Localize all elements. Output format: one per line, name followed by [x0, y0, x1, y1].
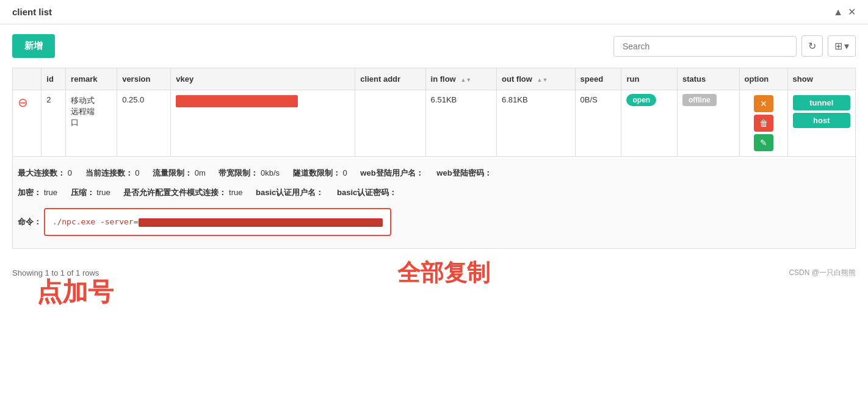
footer-brand: CSDN @一只白熊熊: [789, 268, 856, 278]
td-id: 2: [42, 90, 66, 157]
tunnel-button[interactable]: tunnel: [793, 95, 850, 110]
td-remark: 移动式远程端口: [66, 90, 117, 157]
run-badge: open: [626, 94, 656, 106]
watermark-copy: 全部复制: [397, 257, 490, 288]
detail-cell: 最大连接数： 0 当前连接数： 0 流量限制： 0m 带宽限制：: [13, 157, 856, 249]
detail-line-encrypt: 加密： true 压缩： true 是否允许配置文件模式连接： true bas…: [18, 185, 850, 201]
th-option: option: [739, 68, 787, 90]
minus-icon[interactable]: ⊖: [18, 96, 28, 109]
detail-row: 最大连接数： 0 当前连接数： 0 流量限制： 0m 带宽限制：: [13, 157, 856, 249]
detail-line-command: 命令： ./npc.exe -server=: [18, 204, 850, 236]
table-header-row: id remark version vkey client addr in fl…: [13, 68, 856, 90]
detail-content: 最大连接数： 0 当前连接数： 0 流量限制： 0m 带宽限制：: [18, 162, 850, 243]
vkey-redacted-bar: [176, 95, 298, 107]
th-version: version: [117, 68, 171, 90]
add-button[interactable]: 新增: [12, 34, 55, 58]
td-speed: 0B/S: [575, 90, 621, 157]
th-speed: speed: [575, 68, 621, 90]
table-row: ⊖ 2 移动式远程端口 0.25.0 6.51KB: [13, 90, 856, 157]
th-run: run: [621, 68, 677, 90]
client-table: id remark version vkey client addr in fl…: [12, 68, 856, 249]
showing-text: Showing 1 to 1 of 1 rows: [12, 268, 99, 277]
option-buttons: ✕ 🗑 ✎: [745, 95, 783, 151]
td-version: 0.25.0: [117, 90, 171, 157]
out-flow-sort-icon[interactable]: ▲▼: [537, 77, 548, 83]
refresh-icon: ↻: [808, 40, 816, 52]
window-title: client list: [12, 7, 52, 17]
toolbar: 新增 ↻ ⊞ ▾: [0, 24, 868, 68]
td-status: offline: [677, 90, 739, 157]
td-check: ⊖: [13, 90, 42, 157]
refresh-button[interactable]: ↻: [801, 35, 823, 57]
detail-line-connections: 最大连接数： 0 当前连接数： 0 流量限制： 0m 带宽限制：: [18, 165, 850, 181]
option-edit-button[interactable]: ✎: [754, 134, 773, 151]
show-buttons: tunnel host: [793, 95, 850, 128]
td-out-flow: 6.81KB: [497, 90, 575, 157]
collapse-button[interactable]: ▲: [833, 6, 843, 18]
th-check: [13, 68, 42, 90]
th-id: id: [42, 68, 66, 90]
th-out-flow: out flow ▲▼: [497, 68, 575, 90]
grid-button[interactable]: ⊞ ▾: [828, 35, 856, 57]
td-vkey: [171, 90, 355, 157]
th-show: show: [787, 68, 855, 90]
toolbar-right: ↻ ⊞ ▾: [613, 35, 856, 57]
close-button[interactable]: ✕: [848, 6, 856, 18]
title-bar: client list ▲ ✕: [0, 0, 868, 24]
th-remark: remark: [66, 68, 117, 90]
window-controls: ▲ ✕: [833, 6, 856, 18]
option-delete-button[interactable]: 🗑: [754, 115, 773, 132]
table-wrapper: id remark version vkey client addr in fl…: [0, 68, 868, 249]
search-input[interactable]: [613, 36, 797, 57]
footer: Showing 1 to 1 of 1 rows 全部复制 CSDN @一只白熊…: [0, 249, 868, 297]
th-in-flow: in flow ▲▼: [425, 68, 496, 90]
td-client-addr: [355, 90, 425, 157]
td-show: tunnel host: [787, 90, 855, 157]
option-close-button[interactable]: ✕: [754, 95, 773, 112]
th-client-addr: client addr: [355, 68, 425, 90]
status-badge: offline: [682, 94, 717, 106]
td-option: ✕ 🗑 ✎: [739, 90, 787, 157]
td-run: open: [621, 90, 677, 157]
th-status: status: [677, 68, 739, 90]
host-button[interactable]: host: [793, 113, 850, 128]
chevron-down-icon: ▾: [844, 40, 849, 52]
td-in-flow: 6.51KB: [425, 90, 496, 157]
th-vkey: vkey: [171, 68, 355, 90]
grid-icon: ⊞: [834, 40, 842, 52]
command-box: ./npc.exe -server=: [44, 208, 391, 236]
in-flow-sort-icon[interactable]: ▲▼: [460, 77, 471, 83]
command-redacted: [139, 218, 383, 227]
